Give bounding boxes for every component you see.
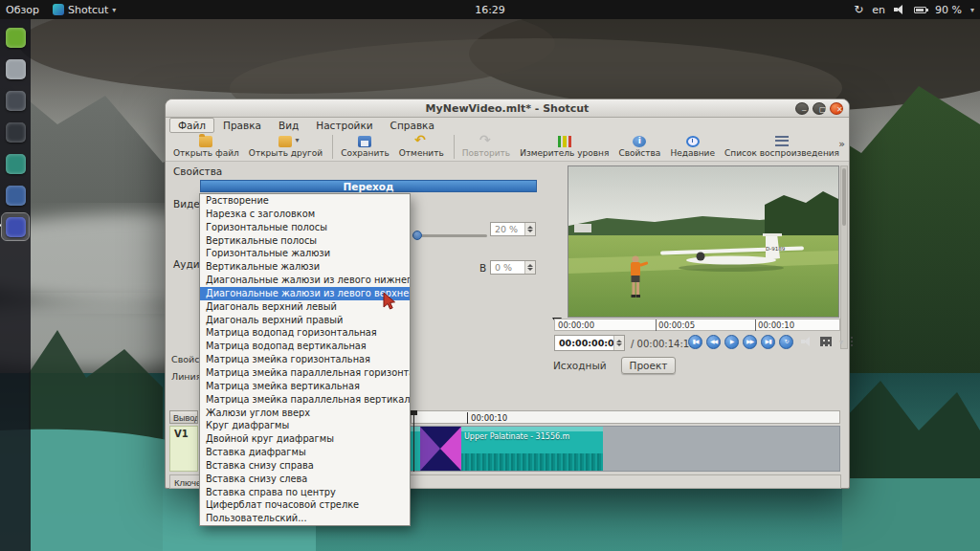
toolbar-button[interactable]: Недавние xyxy=(666,135,719,159)
dropdown-option[interactable]: Жалюзи углом вверх xyxy=(200,407,410,420)
dropdown-option[interactable]: Растворение xyxy=(200,194,410,208)
toolbar-icon xyxy=(278,136,292,147)
play[interactable]: ▶ xyxy=(724,335,739,349)
dropdown-option[interactable]: Матрица водопад горизонтальная xyxy=(200,326,410,340)
dropdown-option[interactable]: Вставка снизу справа xyxy=(200,459,410,473)
toolbar-button[interactable]: Открыть файл xyxy=(169,135,243,159)
timeline-playhead[interactable] xyxy=(413,410,414,472)
toolbar-button[interactable]: Открыть другой xyxy=(245,135,326,159)
dock-app-2[interactable] xyxy=(2,55,29,82)
volume-icon[interactable] xyxy=(894,5,905,14)
toolbar-overflow-chevron[interactable]: » xyxy=(838,138,845,150)
dropdown-option[interactable]: Пользовательский... xyxy=(200,512,410,525)
dropdown-option[interactable]: Нарезка с заголовком xyxy=(200,208,410,221)
app-icon xyxy=(6,91,26,111)
menu-item[interactable]: Справка xyxy=(382,118,443,133)
dock-app-3[interactable] xyxy=(2,87,29,114)
player-tab[interactable]: Проект xyxy=(621,357,677,374)
plane-registration: D-9189 xyxy=(766,246,786,252)
dropdown-option[interactable]: Вертикальные полосы xyxy=(200,234,410,248)
loop[interactable]: ↻ xyxy=(779,335,793,349)
minimize-button[interactable]: – xyxy=(795,102,809,115)
dropdown-option[interactable]: Матрица водопад вертикальная xyxy=(200,340,410,353)
menu-item[interactable]: Файл xyxy=(169,118,214,133)
app-menu[interactable]: Shotcut ▾ xyxy=(53,4,116,16)
dropdown-option[interactable]: Диагональ верхний правый xyxy=(200,314,410,327)
preview-time-ruler[interactable]: 00:00:0000:00:0500:00:10 xyxy=(554,319,840,331)
dropdown-option[interactable]: Горизонтальные жалюзи xyxy=(200,247,410,260)
dropdown-option[interactable]: Матрица змейка параллельная вертикальная xyxy=(200,393,410,407)
clock[interactable]: 16:29 xyxy=(0,4,980,16)
scrollbar[interactable] xyxy=(840,165,848,349)
menu-item[interactable]: Вид xyxy=(270,118,307,133)
menu-item[interactable]: Правка xyxy=(214,118,270,133)
desktop: { "colors":{"accent":"#3f7ed2","header_b… xyxy=(0,0,980,551)
menu-item[interactable]: Настройки xyxy=(307,118,381,133)
grid-chevron-icon[interactable]: ▾ xyxy=(839,338,843,346)
output-track-button[interactable]: Вывод xyxy=(169,410,198,424)
skip-to-start[interactable]: ▮◀ xyxy=(688,335,702,349)
dropdown-option[interactable]: Диагональ верхний левый xyxy=(200,300,410,314)
toolbar-button[interactable]: Свойства xyxy=(614,135,664,159)
display-grid-icon[interactable] xyxy=(820,337,832,346)
slider-handle[interactable] xyxy=(412,231,422,240)
close-button[interactable]: ✕ xyxy=(830,102,843,115)
dropdown-option[interactable]: Диагональные жалюзи из левого верхнего xyxy=(200,287,410,300)
audio-percent-value: 0 % xyxy=(495,262,512,273)
battery-icon[interactable] xyxy=(914,7,926,13)
dropdown-option[interactable]: Круг диафрагмы xyxy=(200,419,410,432)
dropdown-option[interactable]: Горизонтальные полосы xyxy=(200,221,410,234)
video-percent-spinbox[interactable]: 20 % xyxy=(490,222,536,236)
transition-clip[interactable] xyxy=(420,427,461,471)
toolbar-button[interactable]: Измеритель уровня xyxy=(516,135,612,159)
dock-app-4[interactable] xyxy=(2,119,29,145)
dock-app-6[interactable] xyxy=(2,182,29,209)
dropdown-option[interactable]: Вертикальные жалюзи xyxy=(200,260,410,274)
dropdown-option[interactable]: Вставка диафрагмы xyxy=(200,446,410,459)
dock-app-1[interactable] xyxy=(2,24,29,51)
video-clip-2[interactable]: Upper Palatinate - 31556.m xyxy=(461,427,603,471)
toolbar-button[interactable]: Повторить xyxy=(454,135,514,159)
system-menu-chevron-icon[interactable]: ▾ xyxy=(970,6,974,14)
dock-app-5[interactable] xyxy=(2,150,29,177)
audio-percent-spinbox[interactable]: 0 % xyxy=(490,260,536,275)
toolbar-button[interactable]: Отменить xyxy=(395,135,448,159)
spin-arrows[interactable] xyxy=(613,336,624,350)
dropdown-option[interactable]: Матрица змейка вертикальная xyxy=(200,380,410,393)
window-titlebar[interactable]: MyNewVideo.mlt* - Shotcut – ▢ ✕ xyxy=(166,99,849,118)
dock-app-shotcut[interactable] xyxy=(2,213,29,240)
track-head-v1[interactable]: V1 xyxy=(169,426,198,472)
dropdown-option[interactable]: Диагональные жалюзи из левого нижнего xyxy=(200,274,410,287)
spin-arrows[interactable] xyxy=(524,223,535,235)
activities-button[interactable]: Обзор xyxy=(6,4,39,16)
scrollbar-thumb[interactable] xyxy=(842,168,846,226)
dropdown-option[interactable]: Двойной круг диафрагмы xyxy=(200,432,410,446)
maximize-button[interactable]: ▢ xyxy=(813,102,826,115)
transition-type-dropdown: РастворениеНарезка с заголовкомГоризонта… xyxy=(199,193,411,526)
ruler-tick xyxy=(467,412,468,424)
dropdown-option[interactable]: Матрица змейка горизонтальная xyxy=(200,353,410,366)
position-spinbox[interactable]: 00:00:00:00 xyxy=(554,335,625,351)
duration-label: / 00:00:14:13 xyxy=(631,339,696,349)
toolbar-label: Повторить xyxy=(462,148,510,158)
dropdown-option[interactable]: Циферблат почасовой стрелке xyxy=(200,498,410,512)
skip-to-end[interactable]: ▶▮ xyxy=(761,335,775,349)
dropdown-option[interactable]: Вставка справа по центру xyxy=(200,486,410,499)
video-level-slider[interactable] xyxy=(412,234,487,237)
position-value: 00:00:00:00 xyxy=(559,338,620,348)
dropdown-option[interactable]: Матрица змейка параллельная горизонтальн… xyxy=(200,366,410,380)
player-tab[interactable]: Исходный xyxy=(545,357,615,374)
timeline-ruler[interactable]: 00:00:10 xyxy=(411,410,840,424)
properties-dock-tab[interactable]: Свойств xyxy=(171,354,200,364)
player-menu-dots-icon[interactable] xyxy=(851,337,853,346)
player-volume-icon[interactable] xyxy=(801,337,813,346)
keyboard-layout-indicator[interactable]: en xyxy=(872,4,885,16)
fast-forward[interactable]: ▶▶ xyxy=(743,335,757,349)
sync-icon[interactable]: ↻ xyxy=(854,4,863,15)
dropdown-option[interactable]: Вставка снизу слева xyxy=(200,473,410,486)
spin-arrows[interactable] xyxy=(524,261,535,274)
toolbar-button[interactable]: Сохранить xyxy=(332,135,393,159)
rewind[interactable]: ◀◀ xyxy=(706,335,721,349)
menu-bar: ФайлПравкаВидНастройкиСправка xyxy=(166,118,849,133)
toolbar-button[interactable]: Список воспроизведения xyxy=(721,135,843,159)
